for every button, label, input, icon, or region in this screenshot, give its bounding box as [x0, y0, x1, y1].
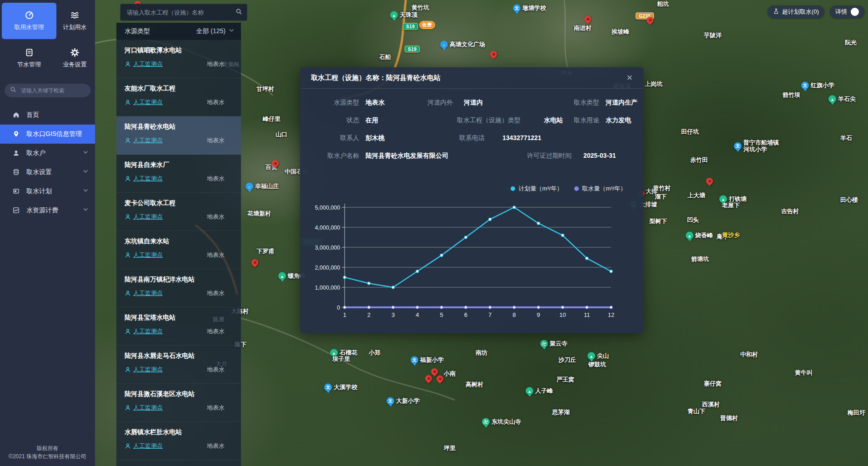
- school-marker-icon[interactable]: 文: [513, 5, 521, 12]
- monitor-point-link[interactable]: 人工监测点: [125, 442, 163, 450]
- temple-marker-icon[interactable]: 卍: [482, 418, 490, 426]
- list-item[interactable]: 麦卡公司取水工程人工监测点地表水: [116, 193, 241, 231]
- sidebar-item-pin[interactable]: 取水口GIS信息管理: [0, 125, 95, 144]
- sidebar-item-chart[interactable]: 水资源计费: [0, 201, 95, 220]
- detail-toggle[interactable]: 详情: [830, 5, 864, 18]
- map-label: 吉告村: [781, 208, 799, 215]
- list-item[interactable]: 陆河县宝塔水电站人工监测点地表水: [116, 307, 241, 346]
- field-label: 取水用途: [574, 116, 599, 125]
- sidebar-item-home[interactable]: 首页: [0, 105, 95, 125]
- app-switcher: 取用水管理计划用水节水管理业务设置: [0, 0, 95, 77]
- search-icon[interactable]: [236, 8, 242, 17]
- sidebar-search[interactable]: [5, 84, 90, 97]
- red-pin-marker[interactable]: [583, 15, 592, 24]
- svg-text:4: 4: [416, 311, 419, 318]
- flask-icon: [773, 8, 779, 16]
- filter-value[interactable]: 全部 (125): [196, 27, 226, 35]
- map-label-text: 黄牛叫: [795, 370, 813, 376]
- map-label-text: 高树村: [466, 381, 483, 388]
- red-pin-marker[interactable]: [705, 176, 714, 186]
- school-marker-icon[interactable]: 文: [386, 397, 394, 405]
- school-marker-icon[interactable]: ⌂: [246, 183, 253, 190]
- mountain-marker-icon[interactable]: ▲: [278, 272, 286, 280]
- monitor-point-link[interactable]: 人工监测点: [125, 404, 163, 412]
- monitor-point-link[interactable]: 人工监测点: [125, 136, 163, 145]
- person-icon: [125, 99, 131, 105]
- red-pin-marker[interactable]: [489, 50, 498, 59]
- svg-text:3: 3: [391, 311, 395, 318]
- app-button-3[interactable]: 节水管理: [2, 40, 56, 76]
- facility-search[interactable]: [120, 4, 247, 21]
- mountain-marker-icon[interactable]: ▲: [686, 232, 693, 240]
- map-label: 田心楼: [840, 197, 858, 204]
- map-label-text: 严王窝: [557, 376, 574, 383]
- app-button-4[interactable]: 业务设置: [56, 40, 93, 76]
- toggle-knob[interactable]: [851, 8, 859, 16]
- red-pin-marker[interactable]: [435, 374, 445, 384]
- mountain-marker-icon[interactable]: ▲: [526, 387, 533, 395]
- school-marker-icon[interactable]: ⌂: [440, 41, 448, 49]
- map-label-text: 寨仔窝: [704, 381, 722, 387]
- list-item[interactable]: 陆河县青砼水电站人工监测点地表水: [116, 116, 241, 155]
- mountain-marker-icon[interactable]: ▲: [587, 352, 595, 360]
- list-item[interactable]: 东坑镇自来水站人工监测点地表水: [116, 231, 241, 269]
- temple-marker-icon[interactable]: 卍: [540, 340, 548, 348]
- monitor-point-link[interactable]: 人工监测点: [125, 327, 163, 336]
- map-label: 溜下: [655, 194, 667, 200]
- list-item[interactable]: 友能水厂取水工程人工监测点地表水: [116, 78, 241, 116]
- map-label-text: 阮光: [845, 40, 857, 46]
- mountain-marker-icon[interactable]: ▲: [390, 11, 398, 19]
- list-item[interactable]: 陆河县南万镇杞洋水电站人工监测点地表水: [116, 269, 241, 307]
- map-label-text: 大新小学: [396, 398, 420, 405]
- red-pin-marker[interactable]: [250, 258, 260, 267]
- keyword-search-input[interactable]: [20, 87, 85, 94]
- red-pin-marker[interactable]: [430, 367, 439, 376]
- map-label-text: 红旗小学: [811, 82, 834, 89]
- list-item[interactable]: 陆河县自来水厂人工监测点地表水: [116, 155, 241, 193]
- school-marker-icon[interactable]: 文: [411, 356, 418, 364]
- red-pin-marker[interactable]: [424, 374, 433, 383]
- list-item[interactable]: 陆河县水唇走马石水电站人工监测点地表水: [116, 346, 241, 384]
- legend-item[interactable]: 计划量（m³/年）: [511, 185, 562, 193]
- svg-text:12: 12: [608, 311, 614, 318]
- list-item[interactable]: 水唇镇水栏肚水电站人工监测点地表水: [116, 422, 241, 460]
- school-marker-icon[interactable]: 文: [801, 82, 809, 90]
- field-label: 取水户名称: [311, 152, 359, 160]
- monitor-point-link[interactable]: 人工监测点: [125, 289, 163, 297]
- map-label-text: 下罗甫: [256, 248, 274, 255]
- over-plan-intake-button[interactable]: 超计划取水(0): [768, 5, 824, 18]
- list-item[interactable]: 河口镇唱歌潭水电站人工监测点地表水: [116, 40, 241, 78]
- facility-list: 河口镇唱歌潭水电站人工监测点地表水友能水厂取水工程人工监测点地表水陆河县青砼水电…: [116, 40, 241, 466]
- source-type-filter[interactable]: 水源类型 全部 (125): [116, 23, 241, 40]
- monitor-point-link[interactable]: 人工监测点: [125, 98, 163, 106]
- map-label: ⌂高塘文化广场: [440, 41, 485, 49]
- app-button-2[interactable]: 计划用水: [56, 3, 93, 39]
- road-badge: S19: [405, 46, 420, 53]
- map-label-text: 幸福山庄: [255, 183, 279, 190]
- monitor-point-link[interactable]: 人工监测点: [125, 366, 163, 374]
- close-icon[interactable]: ×: [627, 73, 632, 83]
- app-button-1[interactable]: 取用水管理: [2, 3, 56, 39]
- sidebar-item-user[interactable]: 取水户: [0, 144, 95, 163]
- sidebar-item-db[interactable]: 取水设置: [0, 163, 95, 182]
- school-marker-icon[interactable]: 文: [324, 384, 332, 391]
- school-marker-icon[interactable]: 文: [734, 143, 742, 150]
- field-label: 取水工程（设施）类型: [457, 116, 521, 125]
- monitor-point-link[interactable]: 人工监测点: [125, 213, 163, 221]
- line-chart: 01,000,0002,000,0003,000,0004,000,0005,0…: [311, 195, 632, 324]
- sidebar-item-card[interactable]: 取水计划: [0, 182, 95, 201]
- person-icon: [125, 328, 131, 335]
- sidebar-item-label: 首页: [26, 111, 39, 119]
- list-item[interactable]: 陆河县激石溪老区水电站人工监测点地表水: [116, 384, 241, 422]
- facility-info: 水源类型 地表水 河道内外 河道内 取水类型 河道内生产 状态 在用 取水工程（…: [311, 99, 632, 170]
- over-plan-label: 超计划取水(0): [782, 8, 819, 16]
- facility-search-input[interactable]: [126, 9, 236, 16]
- gauge-icon: [25, 11, 34, 20]
- map-label: 峰仔里: [263, 116, 281, 123]
- mountain-marker-icon[interactable]: ▲: [828, 95, 836, 103]
- monitor-point-link[interactable]: 人工监测点: [125, 175, 163, 183]
- svg-text:6: 6: [464, 311, 467, 318]
- monitor-point-link[interactable]: 人工监测点: [125, 251, 163, 259]
- legend-item[interactable]: 取水量（m³/年）: [574, 185, 626, 193]
- monitor-point-link[interactable]: 人工监测点: [125, 60, 163, 68]
